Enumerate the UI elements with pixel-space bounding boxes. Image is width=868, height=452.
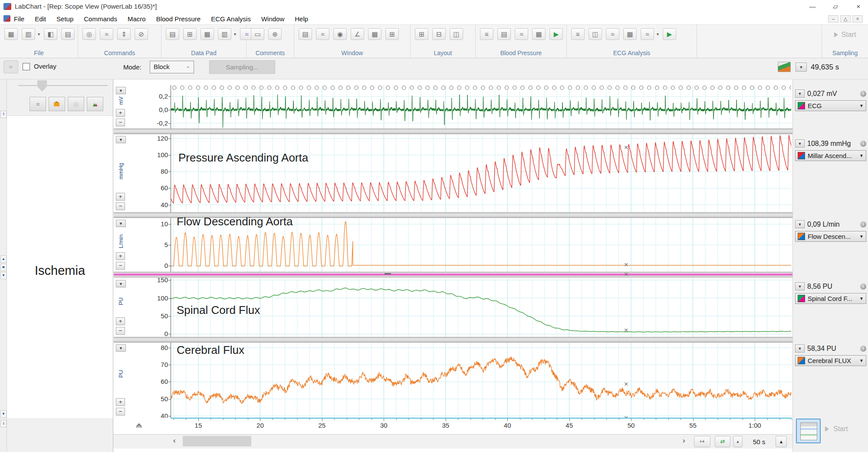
ecg-averaging-dropdown-icon[interactable]: ▾ bbox=[657, 32, 659, 36]
channel-select-dropdown[interactable]: Millar Ascend... ▼ bbox=[795, 150, 866, 161]
scale-dropdown-icon[interactable]: ▼ bbox=[795, 139, 805, 148]
scale-dropdown-icon[interactable]: ▼ bbox=[795, 282, 805, 290]
scale-dropdown-icon[interactable]: ▼ bbox=[795, 344, 805, 353]
scroll-right-icon[interactable]: › bbox=[683, 436, 685, 445]
overlay-checkbox[interactable] bbox=[23, 63, 30, 70]
scale-minus-button[interactable]: − bbox=[116, 119, 125, 126]
info-icon[interactable]: i bbox=[860, 141, 866, 147]
tile-windows-button[interactable]: ⊞ bbox=[415, 28, 428, 40]
channel-splitter[interactable] bbox=[114, 272, 793, 277]
info-icon[interactable]: i bbox=[860, 221, 866, 228]
tile-horizontal-button[interactable]: ⊟ bbox=[432, 28, 446, 40]
wave-mode-button[interactable]: ≈ bbox=[30, 97, 46, 111]
scale-plus-button[interactable]: + bbox=[116, 252, 125, 260]
scale-minus-button[interactable]: − bbox=[116, 327, 125, 335]
menu-setup[interactable]: Setup bbox=[56, 15, 73, 23]
scroll-up-icon[interactable]: ▲ bbox=[0, 255, 7, 263]
menu-edit[interactable]: Edit bbox=[35, 15, 46, 23]
bp-waveform-button[interactable]: ≈ bbox=[515, 28, 528, 40]
overlay-slider-track[interactable] bbox=[18, 85, 108, 86]
mdi-minimize-button[interactable]: – bbox=[828, 15, 838, 23]
mode-dropdown[interactable]: Block ⌄ bbox=[150, 61, 194, 73]
find-button[interactable]: ◎ bbox=[82, 28, 96, 40]
scale-dropdown-icon[interactable]: ▼ bbox=[795, 89, 805, 98]
image-window-button[interactable]: ▦ bbox=[368, 28, 381, 40]
scroll-down-icon[interactable]: ▼ bbox=[0, 272, 7, 279]
info-icon[interactable]: i bbox=[860, 346, 866, 352]
target-button[interactable]: ◎ bbox=[68, 97, 84, 111]
info-icon[interactable]: i bbox=[860, 284, 866, 290]
lock-button[interactable] bbox=[49, 97, 65, 111]
menu-help[interactable]: Help bbox=[295, 15, 308, 23]
menu-commands[interactable]: Commands bbox=[84, 15, 117, 23]
channel-select-dropdown[interactable]: ECG ▼ bbox=[795, 100, 866, 111]
peaks-button[interactable]: ▲▲ bbox=[87, 97, 103, 111]
copy-window-button[interactable]: ⊞ bbox=[385, 28, 399, 40]
menu-blood-pressure[interactable]: Blood Pressure bbox=[156, 15, 201, 23]
ecg-waveform-button[interactable]: ≈ bbox=[606, 28, 619, 40]
scale-minus-button[interactable]: − bbox=[116, 408, 125, 416]
menu-macro[interactable]: Macro bbox=[128, 15, 146, 23]
scope-overlay-icon[interactable]: ≈ bbox=[3, 60, 18, 73]
view-thumbnail-icon[interactable] bbox=[778, 62, 791, 72]
marker-anchor-icon[interactable]: Ψ bbox=[136, 422, 142, 429]
zoom-time-up-icon[interactable]: ▲ bbox=[733, 436, 743, 447]
save-as-button[interactable]: ◧ bbox=[44, 28, 57, 40]
scale-plus-button[interactable]: + bbox=[116, 193, 125, 201]
mdi-close-button[interactable]: × bbox=[852, 15, 863, 23]
bp-table-button[interactable]: ▦ bbox=[532, 28, 546, 40]
print-button[interactable]: ▤ bbox=[61, 28, 75, 40]
channel-options-dropdown[interactable]: ▼ bbox=[116, 136, 126, 143]
ecg-run-button[interactable]: ▶ bbox=[663, 28, 676, 40]
comments-list-button[interactable]: ▭ bbox=[251, 28, 264, 40]
ecg-table-button[interactable]: ▦ bbox=[623, 28, 637, 40]
compress-time-button[interactable]: ⇄ bbox=[715, 436, 730, 447]
data-pad-options-button[interactable]: ▦ bbox=[201, 28, 214, 40]
add-to-data-pad-button[interactable]: ⊞ bbox=[183, 28, 197, 40]
menu-file[interactable]: File bbox=[14, 15, 24, 23]
channel-options-dropdown[interactable]: ▼ bbox=[116, 220, 126, 227]
channel-select-dropdown[interactable]: Flow Descen... ▼ bbox=[795, 231, 866, 242]
channel-select-dropdown[interactable]: Spinal Cord F... ▼ bbox=[795, 293, 866, 304]
ecg-averaging-button[interactable]: ≈ bbox=[641, 28, 654, 40]
bp-run-button[interactable]: ▶ bbox=[549, 28, 563, 40]
time-display-dropdown[interactable]: ▼ bbox=[796, 63, 807, 72]
channel-plot-cerebral-flux[interactable] bbox=[171, 343, 791, 418]
scrollbar-thumb[interactable] bbox=[183, 436, 251, 446]
info-icon[interactable]: i bbox=[860, 91, 866, 97]
channel-select-dropdown[interactable]: Cerebral FLUX ▼ bbox=[795, 355, 866, 366]
time-window-up-icon[interactable]: ▲ bbox=[776, 436, 787, 447]
sampling-panel-button[interactable] bbox=[796, 419, 821, 443]
start-button[interactable]: Start bbox=[825, 425, 848, 433]
bp-settings-button[interactable]: ≡ bbox=[480, 28, 493, 40]
zoom-window-button[interactable]: ◉ bbox=[333, 28, 347, 40]
ecg-views-button[interactable]: ◫ bbox=[589, 28, 602, 40]
channel-plot-ecg[interactable] bbox=[171, 85, 791, 129]
exclude-data-button[interactable]: ⊘ bbox=[135, 28, 148, 40]
menu-ecg-analysis[interactable]: ECG Analysis bbox=[211, 15, 251, 23]
overlay-slider-thumb[interactable] bbox=[37, 80, 47, 92]
scroll-down2-icon[interactable]: ▼ bbox=[0, 410, 7, 418]
data-pad-select-button[interactable]: ▥ bbox=[218, 28, 231, 40]
channel-splitter[interactable] bbox=[114, 337, 793, 343]
set-marker-button[interactable]: ⇕ bbox=[117, 28, 131, 40]
channel-options-dropdown[interactable]: ▼ bbox=[116, 87, 126, 94]
channel-options-dropdown[interactable]: ▼ bbox=[116, 344, 126, 352]
time-window-value[interactable]: 50 s bbox=[745, 438, 773, 445]
bp-chart-button[interactable]: ▤ bbox=[497, 28, 511, 40]
menu-window[interactable]: Window bbox=[261, 15, 284, 23]
new-file-button[interactable]: ▦ bbox=[4, 28, 18, 40]
open-file-button[interactable]: ▥ bbox=[22, 28, 35, 40]
channel-plot-pressure-ascending-aorta[interactable] bbox=[171, 134, 791, 212]
data-pad-select-dropdown-icon[interactable]: ▾ bbox=[234, 32, 236, 36]
ecg-settings-button[interactable]: ≡ bbox=[571, 28, 585, 40]
data-pad-view-button[interactable]: ▤ bbox=[166, 28, 179, 40]
channel-splitter[interactable] bbox=[114, 129, 793, 134]
scroll-left-icon[interactable]: ‹ bbox=[173, 436, 176, 445]
chart-window-button[interactable]: ▤ bbox=[299, 28, 312, 40]
scale-dropdown-icon[interactable]: ▼ bbox=[795, 220, 805, 228]
restore-button[interactable]: ▱ bbox=[827, 1, 844, 12]
sampling-settings-button[interactable]: Sampling... bbox=[209, 60, 275, 74]
splitter-handle[interactable] bbox=[385, 273, 391, 274]
mdi-restore-button[interactable]: △ bbox=[840, 15, 851, 23]
